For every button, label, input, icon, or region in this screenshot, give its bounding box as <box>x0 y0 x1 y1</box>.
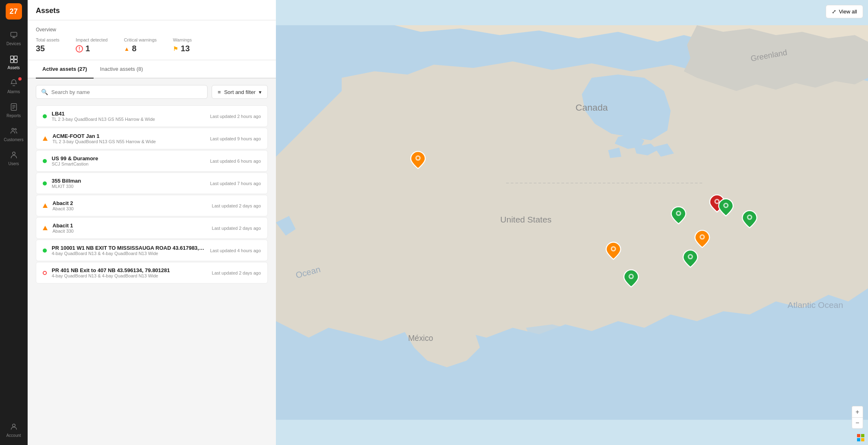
account-icon <box>9 422 19 432</box>
zoom-out-button[interactable]: − <box>852 417 863 429</box>
asset-time: Last updated 2 days ago <box>212 226 261 231</box>
asset-item[interactable]: Abacit 1 Abacit 330 Last updated 2 days … <box>36 217 268 239</box>
tab-active-assets[interactable]: Active assets (27) <box>36 60 94 79</box>
asset-name: LB41 <box>52 111 205 117</box>
asset-item[interactable]: PR 401 NB Exit to 407 NB 43.596134, 79.8… <box>36 262 268 284</box>
asset-item[interactable]: 355 Billman MLKIT 330 Last updated 7 hou… <box>36 172 268 194</box>
search-box[interactable]: 🔍 <box>36 85 208 99</box>
svg-text:Atlantic Ocean: Atlantic Ocean <box>787 300 843 310</box>
asset-time: Last updated 7 hours ago <box>210 181 261 186</box>
asset-time: Last updated 6 hours ago <box>210 159 261 164</box>
svg-point-38 <box>612 247 614 250</box>
overview-section: Overview Total assets 35 Impact detected… <box>28 20 276 60</box>
critical-icon: ▲ <box>124 46 129 52</box>
asset-subtitle: Abacit 330 <box>52 206 207 211</box>
asset-subtitle: MLKIT 330 <box>52 184 205 189</box>
svg-point-36 <box>630 275 632 277</box>
microsoft-logo <box>857 434 865 442</box>
map-svg: Canada United States México Greenland At… <box>276 0 868 445</box>
asset-info: LB41 TL 2 3-bay QuadBoard N13 GS N55 Har… <box>52 111 205 122</box>
stat-warnings: Warnings ⚑ 13 <box>173 37 192 53</box>
asset-item[interactable]: LB41 TL 2 3-bay QuadBoard N13 GS N55 Har… <box>36 105 268 127</box>
filter-icon: ≡ <box>218 89 221 95</box>
reports-icon <box>9 102 19 112</box>
status-warning-triangle <box>43 203 48 208</box>
users-icon <box>9 150 19 160</box>
asset-subtitle: 4-bay QuadBoard N13 & 4-bay QuadBoard N1… <box>52 251 205 256</box>
asset-subtitle: SCJ SmartCastion <box>52 161 205 166</box>
stats-row: Total assets 35 Impact detected ! 1 Crit… <box>36 37 268 53</box>
asset-list-container: LB41 TL 2 3-bay QuadBoard N13 GS N55 Har… <box>36 105 268 284</box>
svg-rect-39 <box>857 434 860 437</box>
asset-item[interactable]: PR 10001 W1 NB EXIT TO MISSISSAUGA ROAD … <box>36 240 268 261</box>
sort-filter-button[interactable]: ≡ Sort and filter ▾ <box>212 85 268 99</box>
app-logo[interactable]: 27 <box>6 3 22 20</box>
asset-time: Last updated 2 days ago <box>212 203 261 208</box>
sidebar-item-alarms[interactable]: Alarms <box>0 74 27 98</box>
panel-header: Assets <box>28 0 276 20</box>
status-critical-circle <box>43 271 47 275</box>
asset-name: ACME-FOOT Jan 1 <box>52 133 205 139</box>
asset-list: 🔍 ≡ Sort and filter ▾ LB41 TL 2 3-bay Qu… <box>28 79 276 445</box>
impact-icon: ! <box>76 45 83 52</box>
asset-subtitle: TL 2 3-bay QuadBoard N13 GS N55 Harrow &… <box>52 139 205 144</box>
svg-rect-4 <box>14 60 17 63</box>
alarm-badge <box>18 77 22 81</box>
expand-icon: ⤢ <box>832 9 836 15</box>
status-warning-triangle <box>43 136 48 141</box>
asset-info: Abacit 2 Abacit 330 <box>52 200 207 211</box>
chevron-down-icon: ▾ <box>259 89 262 95</box>
status-warning-triangle <box>43 226 48 230</box>
alarms-icon <box>9 78 19 88</box>
asset-item[interactable]: ACME-FOOT Jan 1 TL 2 3-bay QuadBoard N13… <box>36 128 268 149</box>
asset-item[interactable]: US 99 & Duramore SCJ SmartCastion Last u… <box>36 150 268 172</box>
customers-icon <box>9 126 19 136</box>
svg-rect-3 <box>10 60 13 63</box>
asset-time: Last updated 9 hours ago <box>210 136 261 141</box>
critical-value: ▲ 8 <box>124 44 157 53</box>
asset-name: 355 Billman <box>52 178 205 184</box>
asset-name: PR 401 NB Exit to 407 NB 43.596134, 79.8… <box>52 267 207 273</box>
status-green-dot <box>43 159 47 163</box>
sidebar-item-users[interactable]: Users <box>0 146 27 170</box>
warnings-value: ⚑ 13 <box>173 44 192 53</box>
map-view-all-button[interactable]: ⤢ View all <box>826 5 863 18</box>
svg-point-26 <box>701 236 703 238</box>
asset-info: PR 10001 W1 NB EXIT TO MISSISSAUGA ROAD … <box>52 245 205 256</box>
sidebar-account[interactable]: Account <box>0 418 27 442</box>
map-background: Canada United States México Greenland At… <box>276 0 868 445</box>
sidebar-item-assets[interactable]: Assets <box>0 50 27 74</box>
tab-inactive-assets[interactable]: Inactive assets (8) <box>94 60 150 79</box>
search-input[interactable] <box>51 89 202 95</box>
warning-icon: ⚑ <box>173 46 178 52</box>
asset-info: 355 Billman MLKIT 330 <box>52 178 205 189</box>
map-container: Canada United States México Greenland At… <box>276 0 868 445</box>
assets-icon <box>9 54 19 64</box>
zoom-in-button[interactable]: + <box>852 406 863 417</box>
search-icon: 🔍 <box>41 89 48 95</box>
svg-rect-0 <box>11 32 17 36</box>
svg-point-34 <box>748 216 751 218</box>
sidebar-item-customers[interactable]: Customers <box>0 122 27 146</box>
svg-point-30 <box>716 200 718 203</box>
overview-label: Overview <box>36 27 268 33</box>
asset-time: Last updated 2 hours ago <box>210 114 261 119</box>
left-panel: Assets Overview Total assets 35 Impact d… <box>28 0 276 445</box>
stat-total-assets: Total assets 35 <box>36 37 59 53</box>
stat-critical: Critical warnings ▲ 8 <box>124 37 157 53</box>
svg-point-32 <box>725 204 727 207</box>
svg-point-11 <box>12 152 15 155</box>
main-content: Assets Overview Total assets 35 Impact d… <box>28 0 868 445</box>
svg-rect-41 <box>857 438 860 441</box>
sidebar-item-reports[interactable]: Reports <box>0 98 27 122</box>
sidebar-item-devices[interactable]: Devices <box>0 26 27 50</box>
asset-info: US 99 & Duramore SCJ SmartCastion <box>52 155 205 166</box>
svg-text:México: México <box>408 334 433 342</box>
asset-info: ACME-FOOT Jan 1 TL 2 3-bay QuadBoard N13… <box>52 133 205 144</box>
status-green-dot <box>43 114 47 118</box>
map-zoom-controls: + − <box>852 406 863 429</box>
asset-subtitle: TL 2 3-bay QuadBoard N13 GS N55 Harrow &… <box>52 117 205 122</box>
asset-subtitle: Abacit 330 <box>52 229 207 233</box>
svg-rect-42 <box>861 438 864 441</box>
asset-item[interactable]: Abacit 2 Abacit 330 Last updated 2 days … <box>36 195 268 216</box>
